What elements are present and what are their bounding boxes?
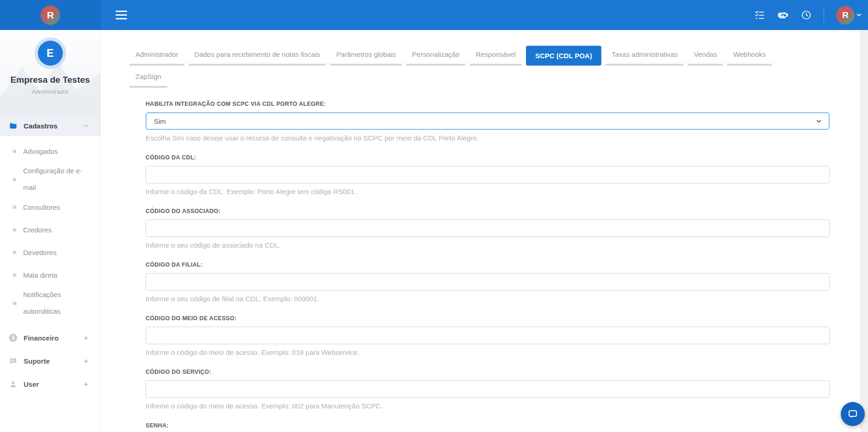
tab-responsavel[interactable]: Responsável	[470, 46, 522, 66]
sidebar-item-advogados[interactable]: Advogados	[0, 140, 100, 163]
field-help: Informe o seu código de associado na CDL…	[146, 241, 830, 249]
logo-letter: R	[47, 10, 54, 21]
field-codigo-associado: CÓDIGO DO ASSOCIADO: Informe o seu códig…	[146, 208, 830, 249]
tab-parametros-globais[interactable]: Parâmetros globais	[330, 46, 402, 66]
expand-icon: +	[84, 357, 88, 365]
collapse-icon: −	[84, 122, 88, 130]
sidebar-item-devedores[interactable]: Devedores	[0, 241, 100, 264]
select-value: Sim	[154, 117, 166, 125]
main-content: Administrador Dados para recebimento de …	[101, 30, 868, 432]
tab-personalizacao[interactable]: Personalização	[406, 46, 466, 66]
folder-icon	[9, 122, 17, 130]
field-help: Informe o código do meio de acesso. Exem…	[146, 402, 830, 410]
chat-bubble-icon	[847, 408, 858, 420]
sidebar-item-credores[interactable]: Credores	[0, 219, 100, 241]
tab-administrador[interactable]: Administrador	[129, 46, 184, 66]
field-label: CÓDIGO DA CDL:	[146, 154, 830, 161]
codigo-filial-input[interactable]	[146, 273, 830, 291]
chat-fab-button[interactable]	[841, 402, 865, 426]
codigo-associado-input[interactable]	[146, 219, 830, 237]
field-label: SENHA:	[146, 422, 830, 429]
bullet-icon	[13, 178, 16, 181]
brand-area[interactable]: R	[0, 0, 101, 30]
scpc-settings-form: HABILITA INTEGRAÇÃO COM SCPC VIA CDL POR…	[146, 91, 830, 432]
field-help: Informe o seu código de filial na CDL. E…	[146, 295, 830, 303]
sidebar-item-label: Cadastros	[24, 122, 57, 130]
field-help: Informe o código da CDL. Exemplo: Porto …	[146, 188, 830, 195]
topbar-divider	[824, 8, 824, 22]
field-label: CÓDIGO DA FILIAL:	[146, 262, 830, 268]
field-label: CÓDIGO DO SERVIÇO:	[146, 369, 830, 375]
hamburger-menu-icon[interactable]	[116, 9, 127, 20]
top-bar: R	[0, 0, 868, 30]
chat-square-icon	[9, 357, 17, 365]
page-scrollbar[interactable]	[860, 30, 868, 432]
company-name: Empresa de Testes	[0, 75, 100, 85]
sidebar-item-consultores[interactable]: Consultores	[0, 196, 100, 219]
tab-scpc-cdl-poa[interactable]: SCPC (CDL POA)	[526, 46, 601, 66]
codigo-meio-acesso-input[interactable]	[146, 327, 830, 344]
tab-vendas[interactable]: Vendas	[688, 46, 723, 66]
field-label: CÓDIGO DO ASSOCIADO:	[146, 208, 830, 214]
handshake-icon[interactable]	[777, 9, 789, 21]
bullet-icon	[13, 228, 16, 231]
person-icon	[9, 380, 17, 388]
field-habilita-integracao: HABILITA INTEGRAÇÃO COM SCPC VIA CDL POR…	[146, 101, 830, 142]
chevron-down-icon	[815, 118, 822, 125]
clock-icon[interactable]	[801, 10, 812, 20]
bullet-icon	[13, 251, 16, 254]
codigo-servico-input[interactable]	[146, 380, 830, 398]
field-codigo-meio-acesso: CÓDIGO DO MEIO DE ACESSO: Informe o códi…	[146, 315, 830, 356]
tab-webhooks[interactable]: Webhooks	[727, 46, 772, 66]
field-label: HABILITA INTEGRAÇÃO COM SCPC VIA CDL POR…	[146, 101, 830, 107]
app-window: R	[0, 0, 868, 432]
profile-avatar-ring: E	[35, 37, 66, 69]
bullet-icon	[13, 302, 16, 305]
sidebar-item-user[interactable]: User +	[0, 373, 100, 395]
tab-taxas-administrativas[interactable]: Taxas administrativas	[605, 46, 684, 66]
bullet-icon	[13, 150, 16, 153]
settings-tabs: Administrador Dados para recebimento de …	[129, 46, 832, 91]
habilita-integracao-select[interactable]: Sim	[146, 112, 830, 130]
profile-card: E Empresa de Testes Administrador	[0, 30, 100, 115]
sidebar-item-notificacoes-automaticas[interactable]: Notificações automáticas	[0, 286, 100, 320]
field-codigo-filial: CÓDIGO DA FILIAL: Informe o seu código d…	[146, 262, 830, 303]
sidebar-item-mala-direta[interactable]: Mala direta	[0, 264, 100, 286]
profile-avatar[interactable]: E	[38, 41, 63, 66]
sidebar-item-cadastros[interactable]: Cadastros −	[0, 115, 100, 136]
tab-zapsign[interactable]: ZapSign	[129, 68, 167, 88]
app-logo: R	[41, 6, 60, 25]
expand-icon: +	[84, 380, 88, 388]
field-help: Informe o código do meio de acesso. Exem…	[146, 348, 830, 356]
field-help: Escolha Sim caso deseje usar o recurso d…	[146, 134, 830, 142]
field-label: CÓDIGO DO MEIO DE ACESSO:	[146, 315, 830, 322]
sidebar: E Empresa de Testes Administrador Cadast…	[0, 30, 101, 432]
topbar-actions: R	[754, 0, 862, 30]
field-senha: SENHA: Informe a senha de acesso ao webs…	[146, 422, 830, 432]
expand-icon: +	[84, 334, 88, 342]
user-avatar[interactable]: R	[836, 6, 862, 24]
codigo-cdl-input[interactable]	[146, 166, 830, 183]
cadastros-children: Advogados Configuração de e-mail Consult…	[0, 136, 100, 324]
sidebar-item-configuracao-de-email[interactable]: Configuração de e-mail	[0, 163, 100, 196]
bullet-icon	[13, 274, 16, 277]
sidebar-item-financeiro[interactable]: $ Financeiro +	[0, 327, 100, 348]
field-codigo-cdl: CÓDIGO DA CDL: Informe o código da CDL. …	[146, 154, 830, 195]
chevron-down-icon	[856, 12, 862, 18]
bullet-icon	[13, 206, 16, 209]
tab-dados-notas-fiscais[interactable]: Dados para recebimento de notas fiscais	[189, 46, 326, 66]
sidebar-item-suporte[interactable]: Suporte +	[0, 350, 100, 371]
field-codigo-servico: CÓDIGO DO SERVIÇO: Informe o código do m…	[146, 369, 830, 410]
company-role: Administrador	[0, 88, 100, 95]
dollar-circle-icon: $	[9, 334, 17, 342]
checklist-icon[interactable]	[754, 10, 765, 20]
avatar-logo: R	[836, 6, 855, 24]
